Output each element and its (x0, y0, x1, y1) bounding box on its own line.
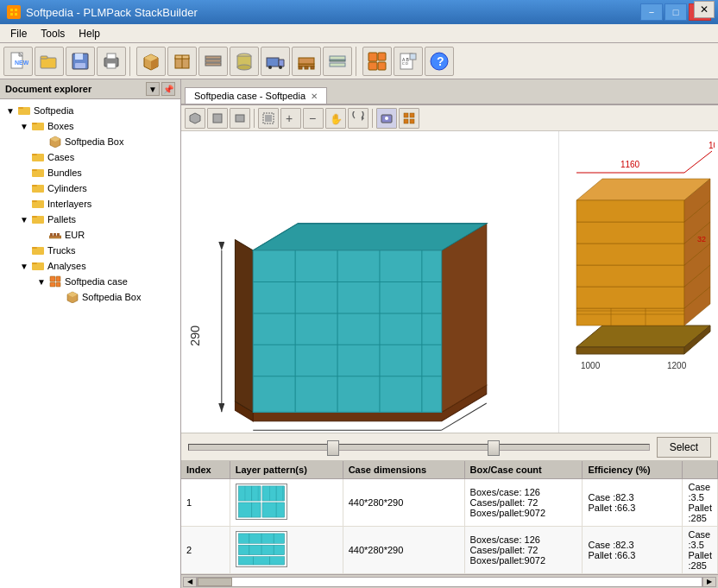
main-toolbar: NEW (0, 43, 718, 79)
svg-text:290: 290 (188, 326, 202, 346)
tree-item-softpedia-box-2[interactable]: Softpedia Box (0, 289, 180, 305)
tree-item-boxes[interactable]: ▼ Boxes (0, 118, 180, 134)
view-front-button[interactable] (230, 108, 250, 129)
tree-item-softpedia-box[interactable]: Softpedia Box (0, 134, 180, 149)
print-button[interactable] (97, 47, 126, 76)
rotate-button[interactable] (348, 108, 368, 129)
svg-rect-156 (262, 503, 285, 517)
tree-item-analyses[interactable]: ▼ Analyses (0, 258, 180, 274)
pan-button[interactable]: ✋ (325, 108, 346, 129)
explorer-pin-button[interactable]: 📌 (161, 82, 175, 96)
toggle-softpedia-case[interactable]: ▼ (35, 275, 48, 288)
slider-thumb-left[interactable] (327, 440, 339, 456)
doc-explorer-header-left: Document explorer (5, 84, 91, 94)
slider-area: Select (181, 433, 718, 460)
add-cylinder-button[interactable] (230, 47, 259, 76)
add-interlayer-button[interactable] (323, 47, 352, 76)
svg-marker-101 (253, 250, 442, 412)
scroll-right-button[interactable]: ▶ (702, 577, 716, 587)
explorer-menu-button[interactable]: ▼ (146, 82, 160, 96)
add-box-button[interactable] (136, 47, 166, 76)
svg-rect-24 (205, 63, 221, 66)
svg-rect-75 (56, 276, 60, 281)
svg-marker-128 (576, 265, 684, 287)
svg-rect-57 (32, 154, 37, 155)
scroll-left-button[interactable]: ◀ (183, 577, 197, 587)
slider-thumb-right[interactable] (488, 440, 500, 456)
scroll-thumb[interactable] (198, 578, 232, 586)
tree-item-softpedia[interactable]: ▼ Softpedia (0, 103, 180, 118)
col-dimensions: Case dimensions (343, 461, 464, 479)
select-button[interactable]: Select (657, 437, 711, 458)
zoom-fit-button[interactable] (258, 108, 279, 129)
menu-tools[interactable]: Tools (34, 26, 72, 41)
toggle-pallets[interactable]: ▼ (17, 212, 31, 226)
analyses-folder-icon (31, 259, 45, 273)
app-icon (7, 5, 21, 19)
zoom-in-button[interactable]: + (280, 108, 301, 129)
zoom-out-button[interactable]: − (303, 108, 324, 129)
eur-pallet-icon (48, 228, 62, 242)
svg-rect-28 (267, 58, 279, 66)
scroll-track[interactable] (197, 577, 702, 587)
add-truck-button[interactable] (261, 47, 290, 76)
toggle-softpedia[interactable]: ▼ (3, 104, 17, 117)
bundles-folder-icon (31, 166, 45, 180)
svg-rect-33 (299, 66, 302, 69)
toolbar-separator-2 (356, 47, 359, 76)
svg-rect-94 (410, 119, 414, 123)
cell-weight-2: Case :3.5 Pallet :285 (683, 527, 718, 574)
svg-rect-91 (404, 113, 408, 117)
tree-label-cylinders: Cylinders (47, 183, 87, 193)
svg-rect-23 (205, 60, 221, 62)
tree-item-interlayers[interactable]: Interlayers (0, 196, 180, 212)
tree-item-pallets[interactable]: ▼ Pallets (0, 212, 180, 227)
help-button[interactable]: ? (425, 47, 454, 76)
screenshot-button[interactable] (376, 108, 397, 129)
save-button[interactable] (66, 47, 95, 76)
tree-item-eur[interactable]: EUR (0, 227, 180, 243)
export-button[interactable]: A B C D (394, 47, 423, 76)
svg-rect-77 (56, 282, 60, 287)
svg-rect-47 (410, 54, 416, 60)
cell-pattern-2 (230, 527, 343, 574)
new-button[interactable]: NEW (3, 47, 33, 76)
menu-file[interactable]: File (3, 26, 34, 41)
maximize-button[interactable]: □ (664, 3, 687, 21)
slider-track[interactable] (188, 444, 650, 451)
tree-item-cases[interactable]: Cases (0, 149, 180, 165)
svg-rect-93 (404, 119, 408, 123)
add-pallet-button[interactable] (292, 47, 321, 76)
svg-rect-82 (236, 115, 244, 122)
tree-item-trucks[interactable]: Trucks (0, 243, 180, 258)
tree-item-softpedia-case[interactable]: ▼ Softpedia case (0, 274, 180, 289)
tab-close-button[interactable]: ✕ (311, 92, 318, 101)
svg-rect-40 (368, 53, 377, 61)
tree-item-bundles[interactable]: Bundles (0, 165, 180, 180)
tab-softpedia-case[interactable]: Softpedia case - Softpedia ✕ (185, 87, 327, 104)
svg-rect-39 (330, 63, 345, 66)
svg-marker-80 (190, 113, 200, 123)
toolbar-separator-1 (129, 47, 133, 76)
view-iso-button[interactable] (185, 108, 205, 129)
menu-help[interactable]: Help (72, 26, 107, 41)
svg-text:1000: 1000 (581, 361, 601, 370)
new-analysis-button[interactable] (362, 47, 392, 76)
view-top-button[interactable] (207, 108, 228, 129)
toggle-boxes[interactable]: ▼ (17, 119, 31, 133)
open-button[interactable] (35, 47, 64, 76)
tree-label-bundles: Bundles (47, 168, 82, 178)
tree-item-cylinders[interactable]: Cylinders (0, 180, 180, 196)
grid-button[interactable] (399, 108, 419, 129)
add-bundle-button[interactable] (198, 47, 228, 76)
cell-count-2: Boxes/case: 126 Cases/pallet: 72 Boxes/p… (464, 527, 583, 574)
add-case-button[interactable] (167, 47, 197, 76)
horizontal-scrollbar[interactable]: ◀ ▶ (181, 574, 718, 588)
minimize-button[interactable]: − (640, 3, 663, 21)
toggle-softpedia-box (35, 135, 48, 149)
svg-rect-43 (378, 62, 386, 70)
toggle-analyses[interactable]: ▼ (17, 259, 31, 273)
svg-rect-14 (107, 54, 116, 59)
svg-rect-1 (10, 9, 13, 11)
svg-rect-84 (265, 115, 272, 122)
